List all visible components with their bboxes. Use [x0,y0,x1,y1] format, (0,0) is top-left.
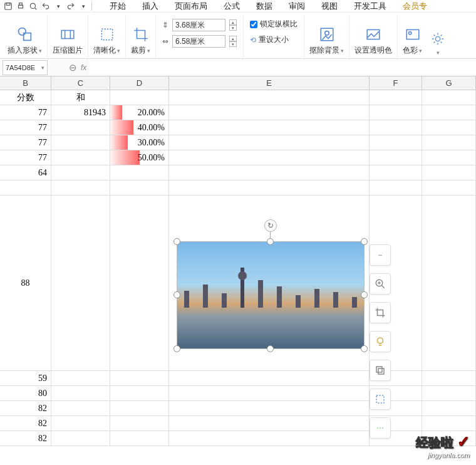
cell[interactable] [110,196,169,370]
tab-insert[interactable]: 插入 [140,0,161,13]
rotate-handle[interactable]: ↻ [264,219,277,232]
select-button[interactable] [370,389,391,410]
cell[interactable] [169,165,370,180]
cell[interactable] [0,180,51,195]
tab-review[interactable]: 审阅 [286,0,308,13]
cell[interactable]: 88 [0,196,51,370]
tab-formula[interactable]: 公式 [221,0,242,13]
cell[interactable] [169,180,370,195]
cell[interactable] [51,386,110,400]
redo-dropdown[interactable]: ▾ [78,1,89,12]
brightness-button[interactable]: ▾ [427,15,452,58]
cell[interactable] [422,180,476,195]
cell[interactable] [422,401,476,415]
more-button[interactable]: ⋯ [370,417,391,439]
cell[interactable] [422,371,476,385]
col-C[interactable]: C [51,76,110,90]
cell[interactable] [110,90,169,105]
save-icon[interactable] [3,1,14,12]
cell[interactable] [51,371,110,385]
cell[interactable] [51,196,110,370]
undo-dropdown[interactable]: ▾ [53,1,64,12]
cell[interactable]: 80 [0,386,51,400]
remove-bg-button[interactable]: 抠除背景▾ [304,15,349,58]
cell[interactable]: 77 [0,105,51,120]
name-box[interactable]: 7A54D8E▾ [3,60,48,75]
col-D[interactable]: D [110,76,169,90]
tab-member[interactable]: 会员专 [400,0,430,13]
cell[interactable]: 77 [0,120,51,135]
transparency-button[interactable]: 设置透明色 [349,15,398,58]
cell[interactable] [169,90,370,105]
reset-size-button[interactable]: ⟲ 重设大小 [250,34,298,45]
height-up[interactable]: ▴ [229,19,237,25]
cell[interactable]: 77 [0,135,51,150]
cell[interactable] [370,165,422,180]
cell[interactable] [422,386,476,400]
cell[interactable] [422,196,476,370]
resize-handle-e[interactable] [361,291,368,298]
cancel-formula-icon[interactable]: ⊖ [69,62,77,73]
cell[interactable] [370,135,422,150]
cell[interactable] [422,135,476,150]
resize-handle-se[interactable] [361,345,368,352]
resize-handle-nw[interactable] [173,238,180,245]
formula-input[interactable] [89,61,476,75]
cell[interactable] [169,386,370,400]
cell[interactable] [169,416,370,431]
cell[interactable] [370,105,422,120]
fx-label[interactable]: fx [81,63,86,72]
crop-button[interactable]: 裁剪▾ [126,15,156,58]
cell[interactable] [169,135,370,150]
cell[interactable] [51,135,110,150]
cell[interactable] [422,120,476,135]
cell[interactable] [422,165,476,180]
cell[interactable] [370,150,422,165]
cell[interactable]: 20.00% [110,105,169,120]
col-B[interactable]: B [0,76,51,90]
tab-start[interactable]: 开始 [107,0,128,13]
cell[interactable]: 82 [0,431,51,446]
cell[interactable] [169,371,370,385]
cell[interactable]: 50.00% [110,150,169,165]
cell[interactable] [422,416,476,431]
cell[interactable]: 30.00% [110,135,169,150]
tab-layout[interactable]: 页面布局 [172,0,210,13]
cell[interactable] [110,371,169,385]
layer-button[interactable] [370,360,391,381]
cell[interactable] [51,401,110,415]
cell[interactable] [110,180,169,195]
cell[interactable] [169,150,370,165]
cell[interactable]: 40.00% [110,120,169,135]
tab-view[interactable]: 视图 [319,0,340,13]
cell[interactable] [169,120,370,135]
crop-float-button[interactable] [370,302,391,323]
cell[interactable]: 64 [0,165,51,180]
col-E[interactable]: E [169,76,370,90]
cell[interactable] [169,105,370,120]
cell[interactable] [422,150,476,165]
cell[interactable]: 81943 [51,105,110,120]
width-down[interactable]: ▾ [229,41,237,47]
cell[interactable]: 77 [0,150,51,165]
preview-icon[interactable] [28,1,39,12]
height-down[interactable]: ▾ [229,25,237,31]
clarity-button[interactable]: 清晰化▾ [88,15,126,58]
idea-button[interactable] [370,331,391,352]
width-input[interactable] [172,35,225,48]
resize-handle-sw[interactable] [173,345,180,352]
cell[interactable] [110,386,169,400]
col-G[interactable]: G [422,76,476,90]
color-button[interactable]: 色彩▾ [398,15,427,58]
cell[interactable] [51,120,110,135]
redo-icon[interactable] [65,1,76,12]
compress-button[interactable]: 压缩图片 [48,15,88,58]
cell[interactable] [51,165,110,180]
zoom-out-button[interactable]: − [370,244,391,266]
cell[interactable] [51,180,110,195]
cell[interactable]: 82 [0,401,51,415]
cell[interactable] [110,416,169,431]
cell[interactable] [169,401,370,415]
col-F[interactable]: F [370,76,422,90]
cell[interactable] [51,431,110,446]
